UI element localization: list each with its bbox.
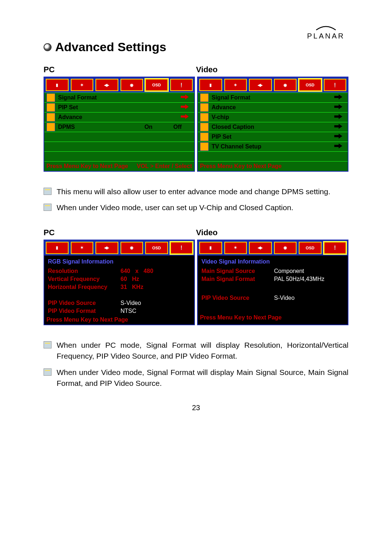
v: KHz — [132, 284, 143, 290]
footer-hint2: VOL > Enter / Select — [137, 163, 192, 170]
book-icon — [44, 188, 52, 195]
osd-tab-osd[interactable]: OSD — [145, 79, 168, 91]
osd-tab-icon[interactable]: ▮ — [46, 79, 69, 91]
menu-row[interactable]: Signal Format — [198, 93, 348, 102]
arrow-right-icon — [331, 94, 346, 101]
dpms-on[interactable]: On — [134, 124, 163, 130]
osd-tab-icon[interactable]: ▮ — [199, 242, 222, 254]
heading-video: Video — [196, 228, 348, 237]
footer-hint: Press Menu Key to Next Page — [200, 163, 282, 170]
brand-logo: PLANAR — [307, 25, 345, 40]
info-key: Horizontal Frequency — [48, 284, 121, 290]
v: 480 — [144, 268, 154, 274]
row-label: PIP Set — [58, 104, 177, 111]
row-icon — [200, 142, 209, 151]
arrow-right-icon — [331, 134, 346, 140]
row-label: Advance — [58, 114, 177, 121]
osd-tab-osd[interactable]: OSD — [299, 79, 322, 91]
osd-tab-icon[interactable]: ✶ — [71, 242, 94, 254]
info-row: Main Signal Source Component — [198, 267, 348, 275]
info-val: Component — [274, 268, 304, 274]
row-icon — [46, 103, 55, 112]
info-row: PIP Video Format NTSC — [44, 307, 194, 315]
svg-marker-1 — [181, 104, 189, 109]
section1-headers: PC Video — [44, 65, 348, 74]
page-title: Advanced Settings — [44, 40, 348, 54]
info-row: Vertical Frequency 60 Hz — [44, 275, 194, 283]
row-label: Signal Format — [58, 94, 177, 101]
svg-marker-6 — [334, 124, 342, 129]
row-icon — [46, 113, 55, 122]
row-label: PIP Set — [212, 134, 331, 140]
osd-tab-icon[interactable]: ◀▸ — [249, 79, 272, 91]
info-val: 31 KHz — [121, 284, 143, 290]
osd-tab-icon[interactable]: ▮ — [199, 79, 222, 91]
arrow-right-icon — [331, 104, 346, 111]
blank-row — [44, 132, 194, 142]
pc-signal-info: ▮ ✶ ◀▸ ◉ OSD ❕ RGB Signal Information Re… — [44, 240, 195, 325]
osd-tab-info-icon[interactable]: ❕ — [324, 242, 347, 254]
osd-tab-icon[interactable]: ✶ — [224, 242, 247, 254]
v: Hz — [132, 276, 139, 282]
osd-tab-icon[interactable]: ◀▸ — [95, 242, 118, 254]
osd-footer: Press Menu Key to Next Page — [198, 313, 348, 322]
menu-row[interactable]: Advance — [198, 102, 348, 112]
osd-tab-icon[interactable]: ◉ — [274, 79, 297, 91]
osd-tab-info-icon[interactable]: ❕ — [170, 242, 193, 254]
pc-info-tabs: ▮ ✶ ◀▸ ◉ OSD ❕ — [44, 240, 194, 256]
notes-2: When under PC mode, Signal Format will d… — [44, 340, 348, 389]
video-osd-menu: ▮ ✶ ◀▸ ◉ OSD ❕ Signal Format Advance V-c… — [197, 77, 348, 172]
footer-hint: Press Menu Key to Next Page — [200, 314, 282, 321]
footer-hint: Press Menu Key to Next Page — [46, 317, 128, 323]
info-row: PIP Video Source S-Video — [198, 294, 348, 302]
page-number: 23 — [44, 404, 348, 412]
menu-row[interactable]: DPMS On Off — [44, 122, 194, 132]
row-icon — [200, 103, 209, 112]
row-icon — [46, 123, 55, 131]
osd-tab-icon[interactable]: ◉ — [121, 242, 143, 254]
osd-tab-osd[interactable]: OSD — [145, 242, 168, 254]
info-key: Resolution — [48, 268, 121, 274]
info-val: NTSC — [121, 308, 136, 314]
menu-row[interactable]: Advance — [44, 112, 194, 122]
info-key: PIP Video Source — [48, 300, 121, 306]
row-icon — [46, 93, 55, 102]
page-title-text: Advanced Settings — [55, 40, 166, 54]
menu-row[interactable]: V-chip — [198, 112, 348, 122]
row-label: DPMS — [58, 124, 134, 130]
osd-tab-icon[interactable]: ❕ — [170, 79, 193, 91]
arrow-right-icon — [177, 104, 192, 111]
osd-tab-icon[interactable]: ◀▸ — [95, 79, 118, 91]
osd-tab-icon[interactable]: ❕ — [324, 79, 347, 91]
info-val: S-Video — [274, 295, 295, 301]
menu-row[interactable]: PIP Set — [44, 102, 194, 112]
menu-row[interactable]: PIP Set — [198, 132, 348, 142]
osd-tab-icon[interactable]: ◀▸ — [249, 242, 272, 254]
info-title: Video Signal Information — [198, 256, 348, 267]
svg-marker-7 — [334, 134, 342, 139]
svg-marker-8 — [334, 143, 342, 148]
osd-tab-icon[interactable]: ✶ — [224, 79, 247, 91]
dpms-off[interactable]: Off — [163, 124, 192, 130]
svg-marker-5 — [334, 114, 342, 119]
menu-row[interactable]: TV Channel Setup — [198, 142, 348, 151]
osd-tab-icon[interactable]: ◉ — [274, 242, 297, 254]
osd-tab-icon[interactable]: ◉ — [121, 79, 143, 91]
svg-marker-0 — [181, 94, 189, 99]
row-label: V-chip — [212, 114, 331, 121]
info-key: Main Signal Format — [201, 276, 274, 282]
osd-tab-osd[interactable]: OSD — [299, 242, 322, 254]
footer-hint: Press Menu Key to Next Page — [46, 163, 128, 170]
row-icon — [200, 113, 209, 122]
menu-row[interactable]: Closed Caption — [198, 122, 348, 132]
menu-row[interactable]: Signal Format — [44, 93, 194, 102]
book-icon — [44, 204, 52, 211]
notes-1: This menu will also allow user to enter … — [44, 186, 348, 213]
osd-tab-icon[interactable]: ✶ — [71, 79, 94, 91]
info-val: PAL 50Hz/4,43MHz — [274, 276, 324, 282]
section1-panels: ▮ ✶ ◀▸ ◉ OSD ❕ Signal Format PIP Set Adv… — [44, 77, 348, 172]
heading-pc: PC — [44, 228, 196, 237]
video-osd-tabs: ▮ ✶ ◀▸ ◉ OSD ❕ — [198, 77, 348, 93]
info-row: Horizontal Frequency 31 KHz — [44, 283, 194, 291]
osd-tab-icon[interactable]: ▮ — [46, 242, 69, 254]
